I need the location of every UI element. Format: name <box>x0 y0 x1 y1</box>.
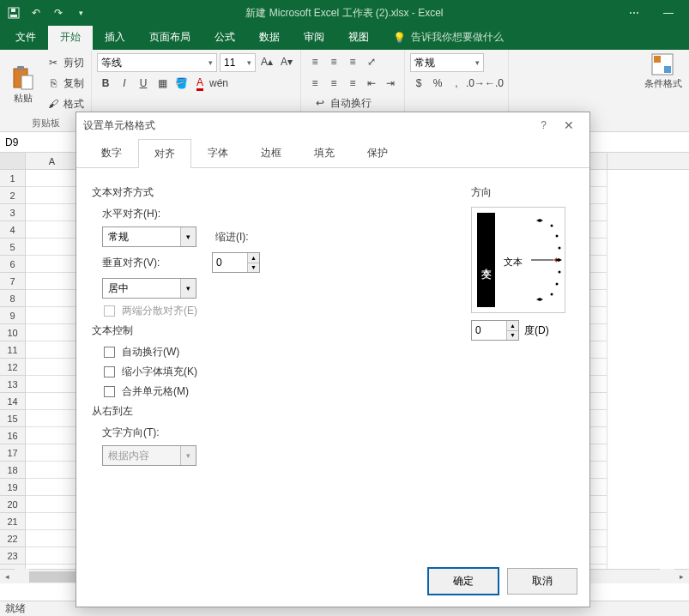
fill-color-icon[interactable]: 🪣 <box>172 75 190 92</box>
cut-button[interactable]: ✂剪切 <box>45 53 86 72</box>
row-header[interactable]: 13 <box>0 376 26 393</box>
cell[interactable] <box>26 427 79 444</box>
spin-down-icon[interactable]: ▼ <box>506 331 518 341</box>
align-right-icon[interactable]: ≡ <box>344 75 361 92</box>
font-size-combo[interactable]: 11▾ <box>220 53 256 72</box>
row-header[interactable]: 17 <box>0 444 26 462</box>
font-color-icon[interactable]: A <box>191 75 209 92</box>
font-name-combo[interactable]: 等线▾ <box>97 53 217 72</box>
cell[interactable] <box>26 221 79 239</box>
underline-icon[interactable]: U <box>135 75 152 92</box>
cell[interactable] <box>26 324 79 341</box>
redo-icon[interactable]: ↷ <box>48 3 69 23</box>
paste-button[interactable]: 粘贴 <box>5 53 41 115</box>
tab-file[interactable]: 文件 <box>3 25 48 50</box>
row-header[interactable]: 11 <box>0 341 26 359</box>
orientation-icon[interactable]: ⤢ <box>363 53 380 70</box>
border-icon[interactable]: ▦ <box>154 75 171 92</box>
tab-view[interactable]: 视图 <box>336 25 381 50</box>
cell[interactable] <box>26 359 79 376</box>
save-icon[interactable] <box>3 3 24 23</box>
row-header[interactable]: 4 <box>0 221 26 239</box>
format-painter-button[interactable]: 🖌格式 <box>45 94 86 113</box>
row-header[interactable]: 20 <box>0 496 26 513</box>
align-center-icon[interactable]: ≡ <box>325 75 342 92</box>
orientation-control[interactable]: 文本 文本 <box>471 207 565 313</box>
align-top-icon[interactable]: ≡ <box>306 53 323 70</box>
decrease-decimal-icon[interactable]: ←.0 <box>486 75 503 92</box>
tab-review[interactable]: 审阅 <box>292 25 336 50</box>
cell[interactable] <box>26 376 79 393</box>
increase-font-icon[interactable]: A▴ <box>258 53 275 70</box>
spin-up-icon[interactable]: ▲ <box>506 321 518 331</box>
dlg-tab-border[interactable]: 边框 <box>245 138 298 167</box>
cell[interactable] <box>26 341 79 359</box>
cell[interactable] <box>26 444 79 462</box>
qat-customize-icon[interactable]: ▾ <box>70 3 91 23</box>
copy-button[interactable]: ⎘复制 <box>45 74 86 93</box>
row-header[interactable]: 9 <box>0 307 26 324</box>
row-header[interactable]: 18 <box>0 462 26 479</box>
spin-up-icon[interactable]: ▲ <box>247 253 259 263</box>
ok-button[interactable]: 确定 <box>428 568 499 595</box>
cell[interactable] <box>26 307 79 324</box>
row-header[interactable]: 23 <box>0 547 26 565</box>
spin-down-icon[interactable]: ▼ <box>247 263 259 273</box>
cell[interactable] <box>26 273 79 290</box>
indent-spinner[interactable]: 0 ▲▼ <box>212 252 260 273</box>
dlg-tab-fill[interactable]: 填充 <box>298 138 351 167</box>
tab-data[interactable]: 数据 <box>247 25 292 50</box>
align-left-icon[interactable]: ≡ <box>306 75 323 92</box>
row-header[interactable]: 21 <box>0 513 26 530</box>
align-middle-icon[interactable]: ≡ <box>325 53 342 70</box>
row-header[interactable]: 14 <box>0 393 26 410</box>
merge-cells-checkbox[interactable]: 合并单元格(M) <box>92 384 445 399</box>
cell[interactable] <box>26 204 79 221</box>
row-header[interactable]: 10 <box>0 324 26 341</box>
cell[interactable] <box>26 479 79 496</box>
tab-formulas[interactable]: 公式 <box>202 25 247 50</box>
conditional-formatting-button[interactable]: 条件格式 <box>638 50 689 92</box>
cancel-button[interactable]: 取消 <box>507 568 577 595</box>
dlg-tab-protect[interactable]: 保护 <box>351 138 404 167</box>
vertical-text-button[interactable]: 文本 <box>477 213 495 307</box>
cell[interactable] <box>26 170 79 187</box>
tab-layout[interactable]: 页面布局 <box>137 25 202 50</box>
col-header[interactable]: A <box>26 153 79 169</box>
cell[interactable] <box>26 256 79 273</box>
cell[interactable] <box>26 462 79 479</box>
number-format-combo[interactable]: 常规▾ <box>410 53 484 72</box>
phonetic-icon[interactable]: wén <box>210 75 227 92</box>
bold-icon[interactable]: B <box>97 75 114 92</box>
dialog-help-button[interactable]: ? <box>532 119 555 131</box>
decrease-indent-icon[interactable]: ⇤ <box>363 75 380 92</box>
undo-icon[interactable]: ↶ <box>26 3 46 23</box>
italic-icon[interactable]: I <box>116 75 133 92</box>
dlg-tab-align[interactable]: 对齐 <box>138 139 191 168</box>
dialog-close-button[interactable]: ✕ <box>555 118 583 132</box>
cell[interactable] <box>26 547 79 565</box>
degree-spinner[interactable]: 0 ▲▼ <box>471 320 519 341</box>
increase-decimal-icon[interactable]: .0→ <box>467 75 484 92</box>
cell[interactable] <box>26 496 79 513</box>
text-direction-select[interactable]: 根据内容▾ <box>102 445 196 466</box>
cell[interactable] <box>26 530 79 547</box>
row-header[interactable]: 2 <box>0 187 26 204</box>
h-align-select[interactable]: 常规▾ <box>102 226 196 247</box>
row-header[interactable]: 6 <box>0 256 26 273</box>
wrap-text-button[interactable]: ↩自动换行 <box>311 94 399 112</box>
row-header[interactable]: 22 <box>0 530 26 547</box>
row-header[interactable]: 1 <box>0 170 26 187</box>
shrink-fit-checkbox[interactable]: 缩小字体填充(K) <box>92 365 445 379</box>
scroll-right-icon[interactable]: ▸ <box>674 569 689 583</box>
cell[interactable] <box>26 410 79 427</box>
cell[interactable] <box>26 239 79 256</box>
cell[interactable] <box>26 187 79 204</box>
cell[interactable] <box>26 513 79 530</box>
cell[interactable] <box>26 290 79 307</box>
row-header[interactable]: 19 <box>0 479 26 496</box>
name-box[interactable]: D9 <box>0 136 77 148</box>
dlg-tab-number[interactable]: 数字 <box>85 138 138 167</box>
select-all-corner[interactable] <box>0 153 26 169</box>
percent-icon[interactable]: % <box>429 75 446 92</box>
